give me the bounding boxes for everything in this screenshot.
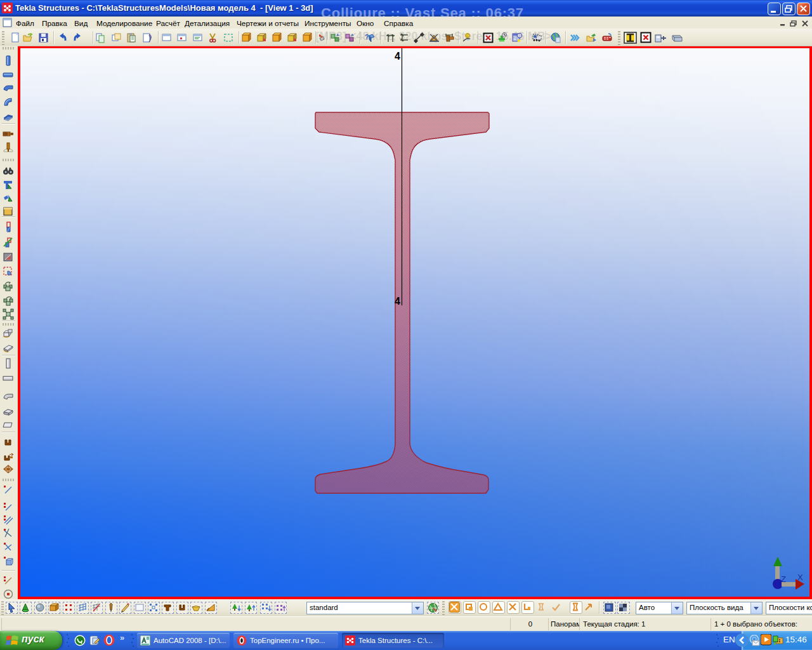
svg-text:Z: Z [781, 574, 786, 584]
svg-text:4: 4 [395, 296, 400, 307]
svg-text:X: X [797, 573, 803, 582]
svg-text:4: 4 [395, 51, 400, 62]
